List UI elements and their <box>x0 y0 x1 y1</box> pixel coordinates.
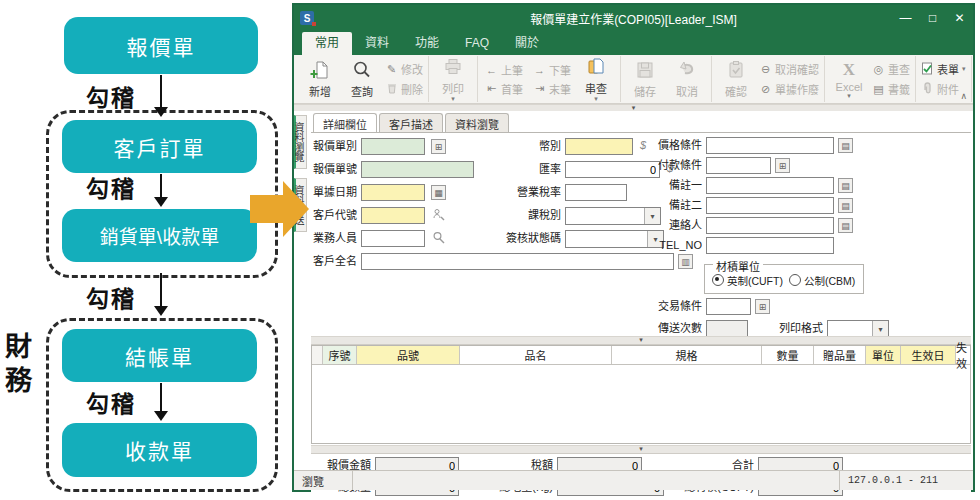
cancel-confirm-button[interactable]: ⊖取消確認 <box>759 61 819 77</box>
metric-radio[interactable]: 公制(CBM) <box>789 273 855 288</box>
currency-icon[interactable]: $ <box>640 139 646 151</box>
doc-date-input[interactable] <box>361 184 425 201</box>
menu-tab-about[interactable]: 關於 <box>502 32 552 55</box>
contact-list-button[interactable]: ▤ <box>838 218 853 233</box>
business-tax-input[interactable] <box>565 184 627 201</box>
currency-input[interactable] <box>565 138 633 155</box>
bookmark-button[interactable]: ▤書籤 <box>872 81 910 97</box>
menu-tab-data[interactable]: 資料 <box>352 32 402 55</box>
trade-terms-lookup-button[interactable]: ⊞ <box>755 299 770 314</box>
chevron-down-icon: ▾ <box>872 321 888 337</box>
grid-col-item-name[interactable]: 品名 <box>460 346 612 364</box>
business-tax-label: 營業稅率 <box>511 184 561 201</box>
button-label: 上筆 <box>501 62 523 78</box>
minimize-button[interactable]: — <box>892 5 919 31</box>
grid-col-spec[interactable]: 規格 <box>612 346 762 364</box>
remark1-input[interactable] <box>706 177 834 194</box>
flow-arrowhead-icon <box>154 306 168 316</box>
side-tab-data-browse[interactable]: 資料瀏覽 <box>294 115 307 169</box>
grid-col-unit[interactable]: 單位 <box>866 346 901 364</box>
arrow-last-icon: ⇥ <box>533 82 546 95</box>
forms-button[interactable]: 表單 ▾ <box>921 61 966 77</box>
menu-tab-home[interactable]: 常用 <box>302 32 352 55</box>
delete-button[interactable]: 刪除 <box>385 81 423 97</box>
grid-col-effective-date[interactable]: 生效日 <box>901 346 956 364</box>
save-button[interactable]: 儲存 <box>624 56 666 102</box>
trade-terms-input[interactable] <box>706 298 751 315</box>
button-label: 表單 <box>937 61 959 77</box>
tab-customer-description[interactable]: 客戶描述 <box>379 113 443 132</box>
modify-button[interactable]: ✎ 修改 <box>385 61 423 77</box>
remark2-list-button[interactable]: ▤ <box>838 198 853 213</box>
remark1-list-button[interactable]: ▤ <box>838 178 853 193</box>
exchange-rate-input[interactable] <box>565 161 660 178</box>
menu-tab-faq[interactable]: FAQ <box>452 32 502 55</box>
grid-summary-splitter[interactable]: ▾ <box>311 445 971 454</box>
grid-body[interactable] <box>312 365 970 443</box>
new-button[interactable]: 新增 <box>299 56 341 102</box>
app-window: S 報價單建立作業(COPI05)[Leader_ISM] — □ ✕ 常用 資… <box>292 3 975 492</box>
requery-button[interactable]: ◎重查 <box>872 61 910 77</box>
price-terms-input[interactable] <box>706 137 834 154</box>
calendar-button[interactable]: ▦ <box>431 185 446 200</box>
first-record-button[interactable]: ⇤首筆 <box>485 81 523 97</box>
sales-person-input[interactable] <box>361 230 425 247</box>
button-label: 串查 <box>585 80 607 96</box>
customer-name-label: 客戶全名 <box>311 253 357 270</box>
price-terms-list-button[interactable]: ▤ <box>838 138 853 153</box>
next-record-button[interactable]: →下筆 <box>533 62 571 78</box>
attachment-button[interactable]: 附件 <box>921 81 966 97</box>
quote-type-lookup-button[interactable]: ⊞ <box>431 139 446 154</box>
query-button[interactable]: 查詢 <box>341 56 383 102</box>
grid-col-seq[interactable]: 序號 <box>323 346 357 364</box>
excel-button[interactable]: X Excel ▾ <box>828 56 870 102</box>
splitter-handle-icon: ▾ <box>639 336 643 343</box>
grid-col-qty[interactable]: 數量 <box>762 346 814 364</box>
button-label: 附件 <box>937 81 959 97</box>
grid-col-gift-qty[interactable]: 贈品量 <box>814 346 866 364</box>
audit-label: 勾稽 <box>86 79 136 113</box>
confirm-button[interactable]: 確認 <box>715 56 757 102</box>
tab-data-browse[interactable]: 資料瀏覽 <box>445 113 509 132</box>
tel-input[interactable] <box>706 237 834 254</box>
flow-arrow-line <box>160 383 162 412</box>
grid-col-expiry[interactable]: 失效 <box>956 346 970 364</box>
grid-header-row: 序號 品號 品名 規格 數量 贈品量 單位 生效日 失效 <box>312 346 970 365</box>
floppy-icon <box>635 60 655 82</box>
contact-input[interactable] <box>706 217 834 234</box>
last-record-button[interactable]: ⇥末筆 <box>533 81 571 97</box>
button-label: 首筆 <box>501 81 523 97</box>
quote-no-input[interactable] <box>361 161 474 178</box>
payment-terms-lookup-button[interactable]: ⊞ <box>775 158 790 173</box>
customer-name-input[interactable] <box>361 253 674 270</box>
imperial-radio[interactable]: 英制(CUFT) <box>712 273 783 288</box>
void-document-button[interactable]: ⊘單據作廢 <box>759 81 819 97</box>
remark2-input[interactable] <box>706 197 834 214</box>
quote-type-input[interactable] <box>361 138 425 155</box>
print-button[interactable]: 列印 ▾ <box>432 56 474 102</box>
cancel-button[interactable]: 取消 <box>666 56 708 102</box>
chevron-down-icon: ▾ <box>451 97 455 101</box>
chevron-down-icon: ▾ <box>594 97 598 101</box>
payment-terms-input[interactable] <box>706 157 771 174</box>
ribbon-collapse-icon[interactable]: ∧ <box>960 91 967 101</box>
customer-name-text-button[interactable]: ▥ <box>678 254 693 269</box>
arrow-first-icon: ⇤ <box>485 82 498 95</box>
approval-status-select[interactable]: ▾ <box>565 230 664 248</box>
flow-arrowhead-icon <box>154 197 168 207</box>
menu-tab-function[interactable]: 功能 <box>402 32 452 55</box>
customer-code-input[interactable] <box>361 207 425 224</box>
chain-query-button[interactable]: 串查 ▾ <box>575 56 617 102</box>
window-title: 報價單建立作業(COPI05)[Leader_ISM] <box>294 10 973 27</box>
send-count-input[interactable] <box>706 320 748 337</box>
grid-col-item-no[interactable]: 品號 <box>357 346 460 364</box>
apps-button[interactable]: 應用 ▾ <box>975 56 980 102</box>
tab-detail-fields[interactable]: 詳細欄位 <box>313 113 377 132</box>
form-grid-splitter[interactable]: ▾ <box>311 336 971 345</box>
big-arrow-icon <box>283 181 309 237</box>
tax-type-select[interactable]: ▾ <box>565 207 661 225</box>
grid-col-selector <box>312 346 323 364</box>
maximize-button[interactable]: □ <box>919 5 946 31</box>
close-button[interactable]: ✕ <box>946 5 973 31</box>
prev-record-button[interactable]: ←上筆 <box>485 62 523 78</box>
